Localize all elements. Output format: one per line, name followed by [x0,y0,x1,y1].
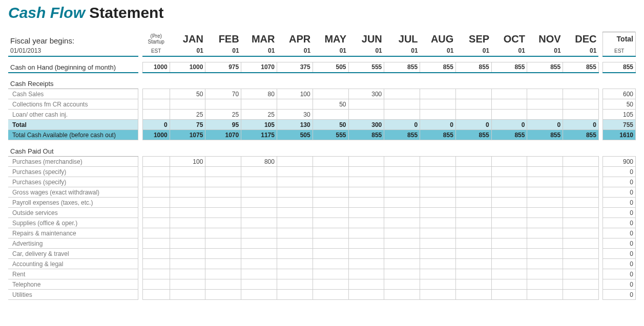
cell-month[interactable] [527,167,563,177]
cell-month[interactable] [205,218,241,228]
cell-est[interactable] [142,218,170,228]
cell-month[interactable] [313,290,348,300]
cell-month[interactable] [170,177,205,187]
cell-month[interactable] [384,279,420,290]
cell-est[interactable] [142,259,170,269]
cell-month[interactable] [491,110,527,120]
cell-month[interactable] [313,110,348,120]
cell-month[interactable] [420,99,456,110]
cell-month[interactable] [455,290,491,300]
cell-month[interactable] [491,279,527,290]
cell-month[interactable] [491,177,527,187]
cell-month[interactable] [491,99,527,110]
cell-month[interactable] [563,279,599,290]
cell-est[interactable] [142,279,170,290]
cell-month[interactable] [491,290,527,300]
cell-est[interactable] [142,110,170,120]
cell-month[interactable] [170,269,205,279]
cell-month[interactable]: 70 [205,89,241,99]
cell-month[interactable] [170,259,205,269]
cell-month[interactable] [420,269,456,279]
cell-month[interactable] [205,99,241,110]
cell-month[interactable] [527,157,563,167]
cell-month[interactable] [420,259,456,269]
cell-month[interactable] [277,187,313,198]
cell-month[interactable] [491,208,527,218]
cell-est[interactable] [142,208,170,218]
cell-month[interactable] [170,218,205,228]
cell-month[interactable] [241,259,277,269]
cell-month[interactable] [313,157,348,167]
cell-month[interactable] [313,198,348,208]
cell-month[interactable] [313,279,348,290]
cell-month[interactable] [384,110,420,120]
cell-month[interactable] [384,218,420,228]
cell-month[interactable] [277,208,313,218]
cell-month[interactable] [313,269,348,279]
cell-month[interactable] [420,208,456,218]
cell-month[interactable] [348,177,384,187]
cell-est[interactable] [142,290,170,300]
cell-month[interactable] [348,208,384,218]
cell-est[interactable] [142,99,170,110]
cell-month[interactable] [277,177,313,187]
cell-month[interactable] [455,249,491,259]
cell-month[interactable] [170,99,205,110]
cell-month[interactable] [277,167,313,177]
cell-est[interactable] [142,249,170,259]
cell-month[interactable] [241,187,277,198]
cell-month[interactable] [241,198,277,208]
cell-month[interactable] [241,177,277,187]
cell-est[interactable] [142,167,170,177]
cell-month[interactable] [420,279,456,290]
cell-month[interactable] [455,238,491,249]
cell-month[interactable] [420,290,456,300]
cell-month[interactable] [277,259,313,269]
cell-month[interactable] [313,177,348,187]
cell-month[interactable]: 25 [241,110,277,120]
cell-month[interactable] [563,89,599,99]
cell-month[interactable] [348,259,384,269]
cell-month[interactable] [420,238,456,249]
cell-month[interactable] [277,218,313,228]
cell-month[interactable] [527,238,563,249]
cell-month[interactable] [527,187,563,198]
cell-month[interactable] [527,110,563,120]
cell-month[interactable] [241,228,277,238]
cell-month[interactable] [563,238,599,249]
cell-month[interactable] [348,99,384,110]
cell-month[interactable] [241,249,277,259]
cell-month[interactable] [348,228,384,238]
cell-month[interactable] [384,177,420,187]
cell-month[interactable] [348,157,384,167]
cell-month[interactable] [384,187,420,198]
cell-month[interactable] [348,238,384,249]
cell-month[interactable] [384,208,420,218]
cell-month[interactable] [527,208,563,218]
cell-month[interactable] [563,177,599,187]
cell-month[interactable] [348,218,384,228]
cell-month[interactable] [205,290,241,300]
cell-est[interactable] [142,269,170,279]
cell-month[interactable] [241,99,277,110]
cell-month[interactable] [205,208,241,218]
cell-month[interactable] [205,228,241,238]
cell-month[interactable] [563,228,599,238]
cell-month[interactable] [348,249,384,259]
cell-month[interactable] [563,157,599,167]
cell-month[interactable] [241,238,277,249]
cell-month[interactable]: 25 [205,110,241,120]
cell-month[interactable] [205,238,241,249]
cell-month[interactable] [527,269,563,279]
cell-month[interactable] [527,198,563,208]
cell-month[interactable] [455,187,491,198]
cell-month[interactable] [241,218,277,228]
cell-month[interactable] [277,238,313,249]
cell-month[interactable]: 30 [277,110,313,120]
cell-month[interactable] [241,167,277,177]
cell-month[interactable] [170,238,205,249]
cell-month[interactable] [563,167,599,177]
cell-month[interactable] [420,228,456,238]
cell-month[interactable] [527,279,563,290]
cell-month[interactable] [420,89,456,99]
